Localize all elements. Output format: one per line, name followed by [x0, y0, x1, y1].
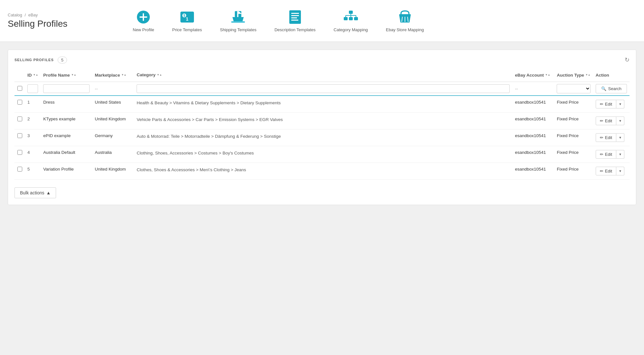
select-all-checkbox[interactable] [17, 86, 22, 91]
row-auction-type: Fixed Price [554, 113, 593, 129]
table-row: 1 Dress United States Health & Beauty > … [14, 96, 630, 113]
svg-rect-15 [291, 13, 299, 14]
filter-profile-name-cell [41, 82, 92, 96]
marketplace-sort-icons[interactable]: ▼▲ [121, 74, 126, 76]
row-action: ✏ Edit ▼ [593, 163, 630, 180]
filter-auction-type-cell: Fixed Price Auction [554, 82, 593, 96]
auction-type-filter-select[interactable]: Fixed Price Auction [557, 84, 590, 93]
filter-ebay-account-cell: -- [512, 82, 554, 96]
breadcrumb-ebay[interactable]: eBay [28, 13, 38, 17]
nav-category-mapping-label: Category Mapping [334, 27, 368, 32]
row-profile-name: Australia Default [41, 146, 92, 163]
svg-rect-2 [143, 13, 144, 21]
edit-dropdown-button-5[interactable]: ▼ [616, 167, 624, 175]
search-button[interactable]: 🔍 Search [596, 84, 627, 93]
svg-rect-20 [344, 17, 348, 20]
row-category: Vehicle Parts & Accessories > Car Parts … [134, 113, 512, 129]
th-ebay-account: eBay Account ▼▲ [512, 69, 554, 82]
row-checkbox-cell [14, 163, 25, 180]
edit-button-2[interactable]: ✏ Edit [596, 117, 616, 125]
row-checkbox-2[interactable] [17, 117, 22, 121]
category-sort-icons[interactable]: ▼▲ [157, 74, 162, 76]
id-sort-icons[interactable]: ▼▲ [33, 74, 38, 76]
nav-description-templates[interactable]: Description Templates [265, 4, 325, 37]
th-profile-name: Profile Name ▼▲ [41, 69, 92, 82]
price-tag-icon: 1 $ [179, 9, 195, 25]
row-auction-type: Fixed Price [554, 146, 593, 163]
th-auction-type: Auction Type ▼▲ [554, 69, 593, 82]
nav-new-profile-label: New Profile [133, 27, 154, 32]
plus-circle-icon [136, 9, 151, 25]
svg-text:1: 1 [186, 16, 188, 22]
nav-shipping-templates[interactable]: Shipping Templates [211, 4, 265, 37]
nav-price-templates-label: Price Templates [172, 27, 202, 32]
table-row: 4 Australia Default Australia Clothing, … [14, 146, 630, 163]
row-checkbox-1[interactable] [17, 100, 22, 105]
breadcrumb: Catalog / eBay [8, 13, 111, 17]
svg-rect-11 [231, 22, 245, 23]
row-auction-type: Fixed Price [554, 163, 593, 180]
row-id: 1 [25, 96, 41, 113]
svg-rect-12 [237, 11, 239, 17]
row-action: ✏ Edit ▼ [593, 146, 630, 163]
category-filter-input[interactable] [137, 84, 510, 93]
th-action: Action [593, 69, 630, 82]
document-icon [287, 9, 303, 25]
nav-ebay-store-mapping[interactable]: Ebay Store Mapping [377, 4, 433, 37]
svg-rect-14 [289, 10, 301, 24]
edit-wrapper: ✏ Edit ▼ [596, 100, 624, 108]
card-header: SELLING PROFILES 5 ↻ [14, 56, 630, 63]
th-marketplace: Marketplace ▼▲ [92, 69, 134, 82]
edit-button-5[interactable]: ✏ Edit [596, 167, 616, 175]
row-ebay-account: esandbox10541 [512, 96, 554, 113]
bulk-actions-button[interactable]: Bulk actions ▲ [14, 187, 56, 198]
nav-price-templates[interactable]: 1 $ Price Templates [163, 4, 211, 37]
row-action: ✏ Edit ▼ [593, 113, 630, 129]
nav-new-profile[interactable]: New Profile [124, 4, 163, 37]
header-nav: New Profile 1 $ Price Templates [124, 4, 636, 37]
nav-category-mapping[interactable]: Category Mapping [325, 4, 377, 37]
row-category: Clothes, Shoes & Accessories > Men\'s Cl… [134, 163, 512, 180]
row-checkbox-5[interactable] [17, 167, 22, 172]
pencil-icon: ✏ [600, 169, 603, 173]
row-marketplace: United Kingdom [92, 113, 134, 129]
edit-dropdown-button-2[interactable]: ▼ [616, 117, 624, 125]
selling-profiles-card: SELLING PROFILES 5 ↻ ID ▼▲ [8, 50, 636, 205]
svg-rect-27 [399, 14, 411, 15]
row-category: Health & Beauty > Vitamins & Dietary Sup… [134, 96, 512, 113]
page-title: Selling Profiles [8, 19, 111, 29]
auction-type-sort-icons[interactable]: ▼▲ [585, 74, 591, 76]
filter-row: -- -- Fixed Price Auction [14, 82, 630, 96]
edit-dropdown-button-4[interactable]: ▼ [616, 150, 624, 159]
pencil-icon: ✏ [600, 118, 603, 123]
row-marketplace: Germany [92, 129, 134, 146]
nav-shipping-templates-label: Shipping Templates [220, 27, 256, 32]
edit-button-3[interactable]: ✏ Edit [596, 133, 616, 142]
row-checkbox-3[interactable] [17, 133, 22, 138]
row-ebay-account: esandbox10541 [512, 113, 554, 129]
th-id: ID ▼▲ [25, 69, 41, 82]
profile-name-sort-icons[interactable]: ▼▲ [71, 74, 76, 76]
svg-rect-22 [354, 17, 358, 20]
id-filter-input[interactable] [27, 84, 38, 93]
row-category: Clothing, Shoes, Accessories > Costumes … [134, 146, 512, 163]
th-checkbox [14, 69, 25, 82]
ebay-account-sort-icons[interactable]: ▼▲ [545, 74, 550, 76]
th-category: Category ▼▲ [134, 69, 512, 82]
edit-dropdown-button-3[interactable]: ▼ [616, 133, 624, 142]
ship-icon [230, 9, 246, 25]
edit-wrapper: ✏ Edit ▼ [596, 150, 624, 159]
pencil-icon: ✏ [600, 102, 603, 107]
edit-button-1[interactable]: ✏ Edit [596, 100, 616, 108]
breadcrumb-catalog[interactable]: Catalog [8, 13, 22, 17]
basket-icon [397, 9, 413, 25]
profile-name-filter-input[interactable] [43, 84, 90, 93]
row-id: 4 [25, 146, 41, 163]
refresh-button[interactable]: ↻ [625, 56, 630, 63]
row-checkbox-4[interactable] [17, 150, 22, 155]
row-profile-name: Dress [41, 96, 92, 113]
edit-dropdown-button-1[interactable]: ▼ [616, 100, 624, 108]
edit-button-4[interactable]: ✏ Edit [596, 150, 616, 159]
row-category: Auto & Motorrad: Teile > Motorradteile >… [134, 129, 512, 146]
row-ebay-account: esandbox10541 [512, 129, 554, 146]
